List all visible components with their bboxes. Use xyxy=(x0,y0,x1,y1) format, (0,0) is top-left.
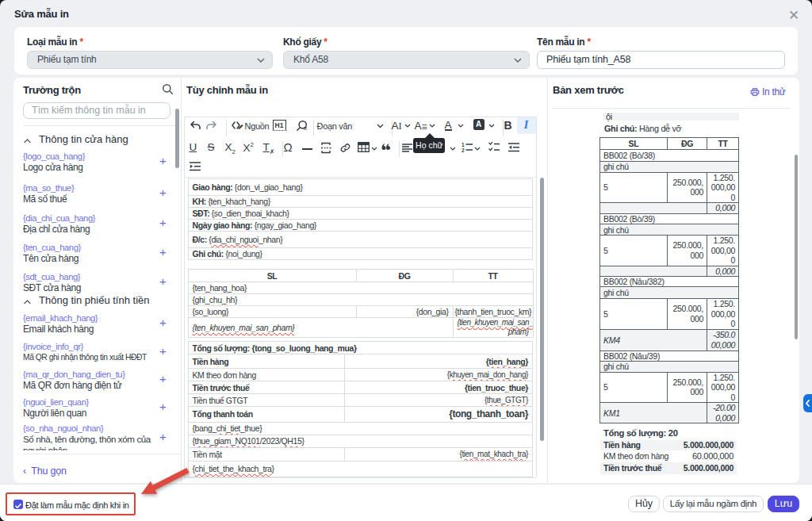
svg-text:2: 2 xyxy=(462,147,465,153)
